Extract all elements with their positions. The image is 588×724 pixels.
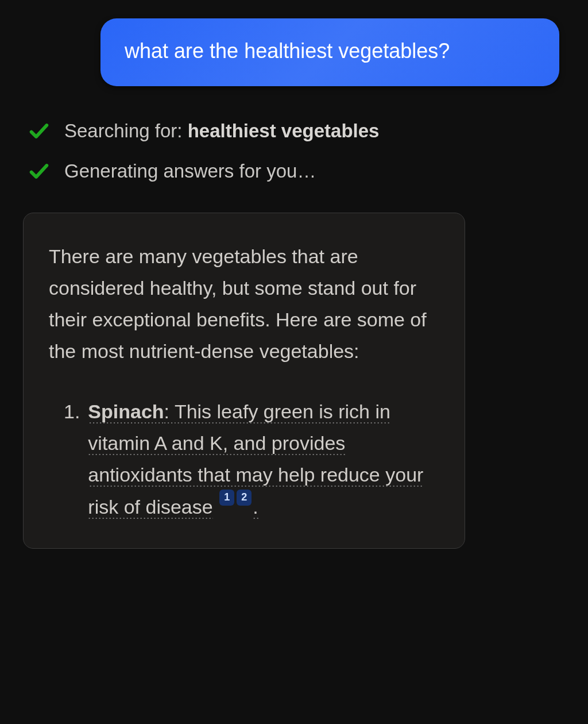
user-message-text: what are the healthiest vegetables? <box>125 39 450 63</box>
check-icon <box>28 160 51 183</box>
status-searching-row: Searching for: healthiest vegetables <box>28 120 565 143</box>
status-searching-text: Searching for: healthiest vegetables <box>64 120 379 142</box>
list-item-sep: : <box>164 400 175 423</box>
response-intro: There are many vegetables that are consi… <box>49 241 439 367</box>
status-block: Searching for: healthiest vegetables Gen… <box>28 120 565 183</box>
status-generating-text: Generating answers for you… <box>64 160 316 182</box>
searching-prefix: Searching for: <box>64 120 188 141</box>
list-item-trail: . <box>253 496 258 519</box>
assistant-response-card: There are many vegetables that are consi… <box>23 213 465 549</box>
citation-badge[interactable]: 2 <box>237 490 252 506</box>
list-item: 1. Spinach: This leafy green is rich in … <box>64 396 439 522</box>
check-icon <box>28 120 51 143</box>
status-generating-row: Generating answers for you… <box>28 160 565 183</box>
list-item-body: Spinach: This leafy green is rich in vit… <box>88 396 439 522</box>
response-list: 1. Spinach: This leafy green is rich in … <box>49 396 439 522</box>
user-message-bubble: what are the healthiest vegetables? <box>100 18 559 86</box>
list-item-name: Spinach <box>88 400 164 423</box>
list-item-number: 1. <box>64 396 80 522</box>
citation-badge[interactable]: 1 <box>219 490 234 506</box>
searching-query: healthiest vegetables <box>188 120 380 141</box>
